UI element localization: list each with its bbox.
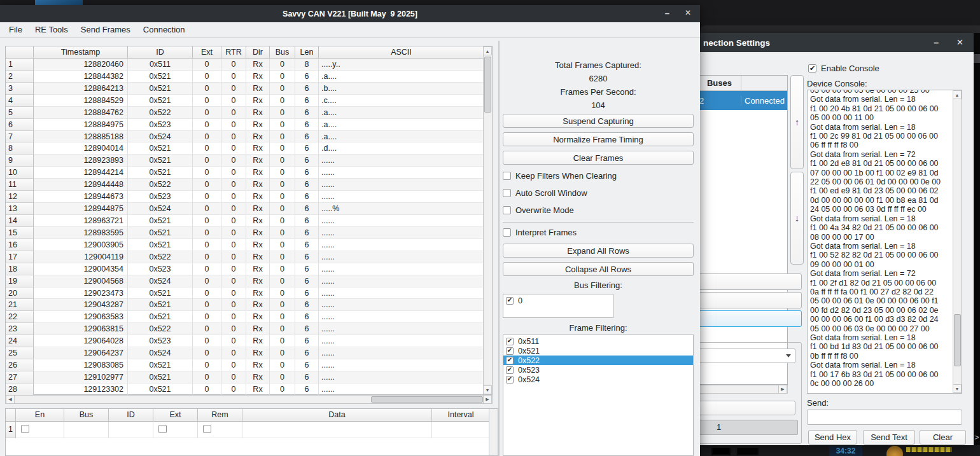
checkbox-icon[interactable] xyxy=(21,425,29,433)
enable-console-checkbox[interactable]: Enable Console xyxy=(808,64,879,73)
move-bus-down-button[interactable]: ↓ xyxy=(790,172,804,265)
frame-row[interactable]: 281291233020x52100Rx06...... xyxy=(6,383,484,396)
frame-row[interactable]: 101289442140x52100Rx06...... xyxy=(6,167,484,179)
scroll-right-icon[interactable] xyxy=(778,385,787,394)
frame-filter-list[interactable]: 0x5110x5210x5220x5230x524 xyxy=(503,335,694,456)
checkbox-icon[interactable] xyxy=(506,366,514,374)
frames-column-header[interactable]: Ext xyxy=(193,46,221,59)
frame-row[interactable]: 151289835950x52100Rx06...... xyxy=(6,227,484,239)
frames-column-header[interactable]: ASCII xyxy=(319,46,484,59)
send-input[interactable] xyxy=(807,410,962,425)
checkbox-icon[interactable] xyxy=(503,172,511,180)
partial-spinner[interactable]: 1 xyxy=(698,420,798,435)
frame-row[interactable]: 221290635830x52100Rx06...... xyxy=(6,311,484,323)
suspend-capturing-button[interactable]: Suspend Capturing xyxy=(503,114,694,128)
checkbox-icon[interactable] xyxy=(503,228,511,237)
connection-settings-titlebar[interactable]: nection Settings xyxy=(698,33,974,52)
frame-row[interactable]: 21288443820x52100Rx06.a.... xyxy=(6,71,484,83)
bus-filter-item[interactable]: 0 xyxy=(503,296,613,305)
interpret-frames-checkbox[interactable]: Interpret Frames xyxy=(503,228,577,237)
bus-row-connected[interactable]: 2 Connected xyxy=(698,91,787,110)
frame-row[interactable]: 241290640280x52300Rx06...... xyxy=(6,335,484,347)
frame-row[interactable]: 211290432870x52100Rx06...... xyxy=(6,299,484,311)
device-console-output[interactable]: 05 00 00 00 05 0e 00 00 00 25 00Got data… xyxy=(807,90,962,394)
frames-vscrollbar[interactable] xyxy=(483,46,492,394)
scroll-down-icon[interactable] xyxy=(953,384,962,393)
frame-row[interactable]: 111289444480x52200Rx06...... xyxy=(6,179,484,191)
frame-row[interactable]: 191290045680x52400Rx06...... xyxy=(6,275,484,287)
frames-column-header[interactable]: ID xyxy=(128,46,193,59)
frame-filter-item[interactable]: 0x511 xyxy=(503,336,693,346)
frames-column-header[interactable]: Timestamp xyxy=(34,46,128,59)
checkbox-icon[interactable] xyxy=(506,376,514,383)
console-scroll-thumb[interactable] xyxy=(954,314,961,366)
sender-column-header[interactable]: Bus xyxy=(64,409,109,422)
checkbox-icon[interactable] xyxy=(158,425,167,433)
sender-column-header[interactable]: Rem xyxy=(198,409,242,422)
frame-row[interactable]: 251290642370x52400Rx06...... xyxy=(6,347,484,359)
bus-filter-list[interactable]: 0 xyxy=(503,294,613,318)
sender-row[interactable]: 1 xyxy=(6,422,498,438)
console-vscrollbar[interactable] xyxy=(953,90,962,393)
send-hex-button[interactable]: Send Hex xyxy=(808,430,857,445)
frame-row[interactable]: 261290830850x52100Rx06...... xyxy=(6,359,484,371)
frame-filter-item[interactable]: 0x523 xyxy=(503,365,693,375)
frames-column-header[interactable]: RTR xyxy=(221,46,246,59)
frame-row[interactable]: 141289637210x52100Rx06...... xyxy=(6,215,484,227)
menu-item-file[interactable]: File xyxy=(3,22,29,38)
sender-vscrollbar[interactable] xyxy=(489,409,498,455)
move-bus-up-button[interactable]: ↑ xyxy=(790,75,804,169)
sender-column-header[interactable]: En xyxy=(16,409,64,422)
splitter-handle[interactable] xyxy=(498,41,500,456)
checkbox-icon[interactable] xyxy=(203,425,211,433)
frames-column-header[interactable]: Len xyxy=(295,46,319,59)
sender-column-header[interactable]: Interval xyxy=(432,409,490,422)
minimize-icon[interactable] xyxy=(665,9,669,17)
sender-column-header[interactable] xyxy=(6,409,16,422)
checkbox-icon[interactable] xyxy=(506,347,514,355)
main-titlebar[interactable]: Savvy CAN V221 [Built May 9 2025] xyxy=(0,5,700,22)
frame-filter-item[interactable]: 0x521 xyxy=(503,346,693,356)
frame-row[interactable]: 131289448750x52400Rx06.....% xyxy=(6,203,484,215)
checkbox-icon[interactable] xyxy=(506,338,514,345)
menu-item-send-frames[interactable]: Send Frames xyxy=(74,22,137,38)
frames-hscrollbar[interactable] xyxy=(5,395,493,404)
frame-row[interactable]: 181290043540x52300Rx06...... xyxy=(6,263,484,275)
frame-row[interactable]: 91289238930x52100Rx06...... xyxy=(6,155,484,167)
frame-filter-item[interactable]: 0x522 xyxy=(503,356,693,365)
close-icon[interactable] xyxy=(685,9,691,17)
frames-column-header[interactable]: Bus xyxy=(270,46,295,59)
frame-row[interactable]: 41288845290x52100Rx06.c.... xyxy=(6,95,484,107)
scroll-up-icon[interactable] xyxy=(953,90,962,99)
frame-row[interactable]: 271291029770x52100Rx06...... xyxy=(6,371,484,383)
minimize-icon[interactable] xyxy=(934,38,939,47)
scroll-right-icon[interactable] xyxy=(483,395,492,404)
scroll-left-icon[interactable] xyxy=(6,395,15,404)
clear-console-button[interactable]: Clear xyxy=(920,430,966,445)
checkbox-icon[interactable] xyxy=(503,189,511,197)
checkbox-icon[interactable] xyxy=(506,357,514,364)
collapse-all-rows-button[interactable]: Collapse All Rows xyxy=(503,262,694,276)
menu-item-connection[interactable]: Connection xyxy=(137,22,192,38)
frame-row[interactable]: 51288847620x52200Rx06.a.... xyxy=(6,107,484,119)
close-icon[interactable] xyxy=(956,38,963,46)
frame-row[interactable]: 231290638150x52200Rx06...... xyxy=(6,323,484,335)
frame-row[interactable]: 71288851880x52400Rx06.a.... xyxy=(6,131,484,143)
frame-row[interactable]: 171290041190x52200Rx06...... xyxy=(6,251,484,263)
partial-button-3[interactable] xyxy=(698,401,795,415)
frame-row[interactable]: 121289446730x52300Rx06...... xyxy=(6,191,484,203)
send-text-button[interactable]: Send Text xyxy=(863,430,915,445)
sender-column-header[interactable]: Ext xyxy=(153,409,198,422)
scroll-up-icon[interactable] xyxy=(483,46,492,55)
frames-column-header[interactable] xyxy=(6,46,34,59)
frame-row[interactable]: 201290234730x52100Rx06...... xyxy=(6,287,484,300)
checkbox-icon[interactable] xyxy=(506,297,514,305)
frames-hscroll-thumb[interactable] xyxy=(371,396,483,403)
frame-row[interactable]: 31288642130x52100Rx06.b.... xyxy=(6,83,484,95)
expand-all-rows-button[interactable]: Expand All Rows xyxy=(503,244,694,258)
auto-scroll-checkbox[interactable]: Auto Scroll Window xyxy=(503,188,587,198)
frame-row[interactable]: 81289040140x52100Rx06.d.... xyxy=(6,142,484,155)
sender-column-header[interactable]: Data xyxy=(242,409,432,422)
frame-row[interactable]: 11288204600x51100Rx08.....y.. xyxy=(6,59,484,71)
normalize-frame-timing-button[interactable]: Normalize Frame Timing xyxy=(503,132,694,146)
